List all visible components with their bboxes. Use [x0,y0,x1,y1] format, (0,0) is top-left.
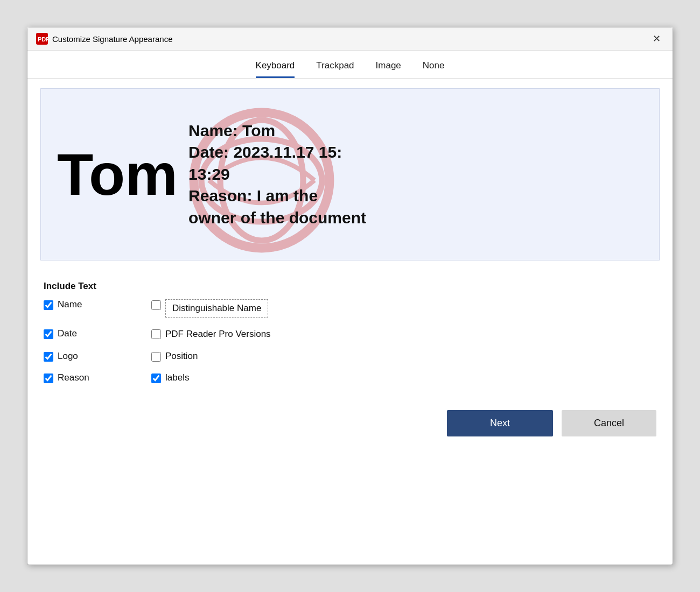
next-button[interactable]: Next [447,410,553,436]
checkbox-labels[interactable]: labels [151,372,313,383]
checkboxes-grid: Name Distinguishable Name Date [44,299,355,383]
checkbox-name[interactable]: Name [44,299,151,318]
checkbox-position-input[interactable] [151,352,161,362]
close-button[interactable]: ✕ [649,33,664,45]
info-line1: Name: Tom [188,120,648,142]
checkbox-distinguishable-input[interactable] [151,300,161,310]
controls-row: Include Text Name Distinguishable Name [44,281,656,383]
tab-none[interactable]: None [423,60,445,78]
signature-info: Name: Tom Date: 2023.11.17 15: 13:29 Rea… [178,89,659,260]
cancel-button[interactable]: Cancel [562,410,656,436]
controls-area: Include Text Name Distinguishable Name [27,270,673,394]
dialog-title: Customize Signature Appearance [52,34,649,44]
checkbox-pdfreader-label: PDF Reader Pro Versions [165,328,271,340]
info-line2: Date: 2023.11.17 15: [188,142,648,164]
checkbox-name-label: Name [58,299,82,310]
checkbox-pdfreader[interactable]: PDF Reader Pro Versions [151,328,313,340]
checkbox-logo-input[interactable] [44,352,53,362]
pdf-icon: PDF [36,33,48,45]
checkbox-distinguishable[interactable]: Distinguishable Name [151,299,313,318]
distinguishable-name-label: Distinguishable Name [165,299,268,318]
checkbox-reason[interactable]: Reason [44,372,151,383]
info-line5: owner of the document [188,207,648,229]
checkbox-labels-label: labels [165,372,189,383]
tab-keyboard[interactable]: Keyboard [256,60,295,78]
checkbox-name-input[interactable] [44,300,53,310]
signature-name-large: Tom [41,89,178,260]
signature-preview: Tom Name: Tom Date: 2023.11.17 15: 13:29… [40,88,660,260]
checkbox-reason-input[interactable] [44,373,53,383]
info-line3: 13:29 [188,164,648,186]
title-bar: PDF Customize Signature Appearance ✕ [27,27,673,51]
checkbox-logo-label: Logo [58,351,78,362]
checkbox-labels-input[interactable] [151,373,161,383]
svg-text:PDF: PDF [38,36,48,43]
checkbox-date[interactable]: Date [44,328,151,340]
checkbox-pdfreader-input[interactable] [151,329,161,339]
checkbox-position[interactable]: Position [151,351,313,362]
info-line4: Reason: I am the [188,185,648,207]
checkbox-date-input[interactable] [44,329,53,339]
dialog: PDF Customize Signature Appearance ✕ Key… [27,27,673,565]
checkbox-logo[interactable]: Logo [44,351,151,362]
tab-trackpad[interactable]: Trackpad [316,60,354,78]
tab-bar: Keyboard Trackpad Image None [27,51,673,79]
checkbox-position-label: Position [165,351,198,362]
tab-image[interactable]: Image [376,60,401,78]
include-text-label: Include Text [44,281,355,292]
checkbox-reason-label: Reason [58,372,89,383]
checkbox-date-label: Date [58,328,77,339]
button-row: Next Cancel [27,394,673,449]
include-text-section: Include Text Name Distinguishable Name [44,281,355,383]
